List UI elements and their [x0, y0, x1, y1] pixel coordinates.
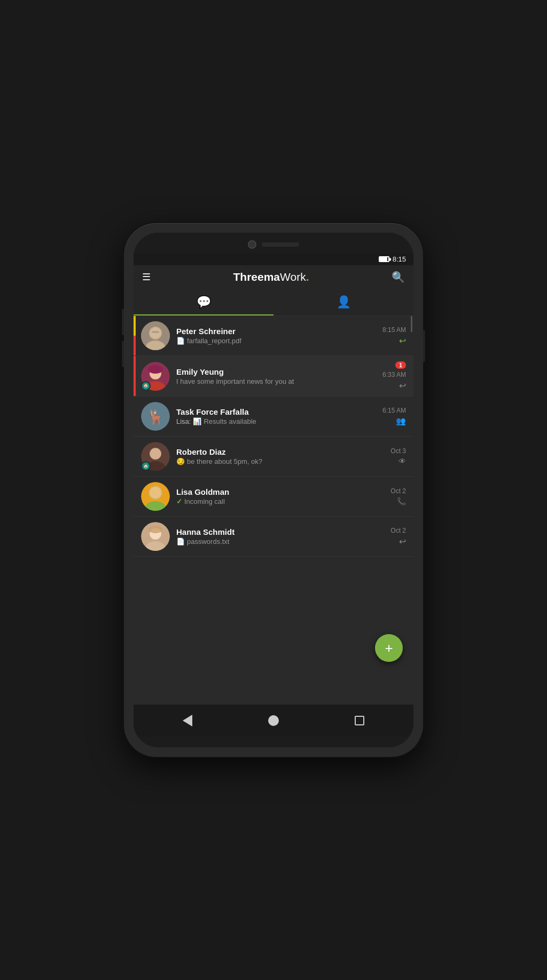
- avatar-wrap: 🏠: [141, 442, 170, 471]
- title-dot: .: [306, 271, 309, 283]
- vol-up-button[interactable]: [122, 309, 124, 335]
- conv-content: Emily Yeung I have some important news f…: [176, 367, 376, 385]
- conv-name: Hanna Schmidt: [176, 527, 384, 536]
- conv-time: 6:15 AM: [382, 407, 406, 414]
- fab-plus-icon: +: [385, 640, 393, 657]
- power-button[interactable]: [423, 330, 425, 362]
- status-bar: 8:15: [134, 253, 413, 265]
- list-item[interactable]: Hanna Schmidt 📄 passwords.txt Oct 2 ↩: [134, 517, 413, 557]
- file-icon: 📄: [176, 538, 185, 546]
- tabs-bar: 💬 👤: [134, 289, 413, 316]
- conv-content: Peter Schreiner 📄 farfalla_report.pdf: [176, 327, 376, 345]
- conv-preview: 📄 farfalla_report.pdf: [176, 337, 376, 345]
- app-title: ThreemaWork.: [233, 271, 309, 283]
- bottom-nav-bar: [134, 705, 413, 737]
- app-header: ☰ ThreemaWork. 🔍: [134, 265, 413, 289]
- new-chat-fab[interactable]: +: [375, 634, 403, 662]
- conv-name: Lisa Goldman: [176, 487, 384, 496]
- menu-icon[interactable]: ☰: [142, 271, 151, 283]
- preview-text: passwords.txt: [187, 538, 229, 546]
- seen-icon: 👁: [398, 457, 406, 465]
- conv-content: Hanna Schmidt 📄 passwords.txt: [176, 527, 384, 546]
- avatar-wrap: [141, 522, 170, 551]
- conv-time: Oct 2: [390, 487, 406, 495]
- svg-point-15: [150, 448, 161, 459]
- conv-preview: 📄 passwords.txt: [176, 538, 384, 546]
- earpiece-speaker: [262, 242, 299, 247]
- list-item[interactable]: 🦌 Task Force Farfalla Lisa: 📊 Results av…: [134, 397, 413, 437]
- preview-text: Incoming call: [184, 497, 225, 505]
- priority-stripe: [134, 316, 136, 355]
- emoji-icon: 😏: [176, 457, 185, 465]
- reply-icon: ↩: [399, 336, 406, 346]
- avatar-wrap: [141, 321, 170, 350]
- conv-content: Lisa Goldman ✓ Incoming call: [176, 487, 384, 505]
- front-camera: [248, 240, 256, 249]
- conv-meta: Oct 2 📞: [390, 487, 406, 505]
- phone-screen: 8:15 ☰ ThreemaWork. 🔍 💬 👤: [134, 233, 413, 747]
- conv-meta: Oct 3 👁: [390, 447, 406, 465]
- title-light: Work: [280, 271, 306, 283]
- chats-tab-icon: 💬: [197, 295, 211, 309]
- conv-preview: I have some important news for you at: [176, 377, 376, 385]
- recents-icon: [355, 716, 364, 725]
- contacts-tab-icon: 👤: [337, 295, 351, 309]
- conversation-list: Peter Schreiner 📄 farfalla_report.pdf 8:…: [134, 316, 413, 705]
- preview-text: I have some important news for you at: [176, 377, 294, 385]
- conv-time: 6:33 AM: [382, 371, 406, 378]
- fab-wrap: +: [375, 634, 403, 662]
- avatar: 🦌: [141, 402, 170, 431]
- recent-apps-button[interactable]: [350, 712, 369, 730]
- svg-rect-4: [152, 331, 159, 333]
- reply-icon: ↩: [399, 381, 406, 391]
- bottom-bezel: [134, 737, 413, 747]
- list-item[interactable]: Peter Schreiner 📄 farfalla_report.pdf 8:…: [134, 316, 413, 356]
- list-item[interactable]: 🏠 Roberto Diaz 😏 be there about 5pm, ok?…: [134, 437, 413, 477]
- home-badge: 🏠: [141, 461, 151, 471]
- avatar-wrap: 🦌: [141, 402, 170, 431]
- priority-stripe: [134, 356, 136, 396]
- group-icon: 👥: [396, 416, 406, 426]
- svg-point-19: [150, 487, 161, 499]
- conv-time: Oct 3: [390, 447, 406, 455]
- battery-fill: [380, 257, 387, 261]
- conv-preview: ✓ Incoming call: [176, 497, 384, 505]
- conv-preview: 😏 be there about 5pm, ok?: [176, 457, 384, 465]
- conv-name: Peter Schreiner: [176, 327, 376, 336]
- scroll-indicator: [411, 316, 412, 332]
- conv-time: 8:15 AM: [382, 326, 406, 334]
- list-item[interactable]: 🏠 Emily Yeung I have some important news…: [134, 356, 413, 397]
- preview-text: Results available: [204, 417, 256, 425]
- avatar: [141, 321, 170, 350]
- top-bezel: [134, 233, 413, 253]
- tab-chats[interactable]: 💬: [134, 289, 274, 315]
- home-button[interactable]: [264, 712, 283, 730]
- conv-name: Task Force Farfalla: [176, 407, 376, 416]
- conv-meta: 8:15 AM ↩: [382, 326, 406, 346]
- phone-icon: 📞: [397, 497, 406, 505]
- camera-area: [248, 240, 299, 249]
- conv-meta: Oct 2 ↩: [390, 527, 406, 547]
- preview-prefix: Lisa:: [176, 417, 191, 425]
- conv-content: Roberto Diaz 😏 be there about 5pm, ok?: [176, 447, 384, 465]
- avatar-wrap: [141, 482, 170, 511]
- avatar-wrap: 🏠: [141, 362, 170, 391]
- svg-point-24: [149, 526, 162, 533]
- check-icon: ✓: [176, 497, 182, 505]
- tab-contacts[interactable]: 👤: [274, 289, 413, 315]
- svg-point-9: [148, 365, 163, 374]
- bar-chart-icon: 📊: [193, 417, 201, 425]
- conv-meta: 6:15 AM 👥: [382, 407, 406, 426]
- vol-down-button[interactable]: [122, 341, 124, 367]
- reply-icon: ↩: [399, 536, 406, 547]
- file-icon: 📄: [176, 337, 185, 345]
- avatar: [141, 482, 170, 511]
- phone-shell: 8:15 ☰ ThreemaWork. 🔍 💬 👤: [124, 223, 423, 757]
- back-button[interactable]: [178, 712, 197, 730]
- home-icon: [268, 715, 279, 726]
- list-item[interactable]: Lisa Goldman ✓ Incoming call Oct 2 📞: [134, 477, 413, 517]
- search-icon[interactable]: 🔍: [392, 271, 405, 283]
- unread-badge: 1: [395, 361, 406, 369]
- svg-text:🦌: 🦌: [147, 408, 165, 425]
- conv-name: Roberto Diaz: [176, 447, 384, 456]
